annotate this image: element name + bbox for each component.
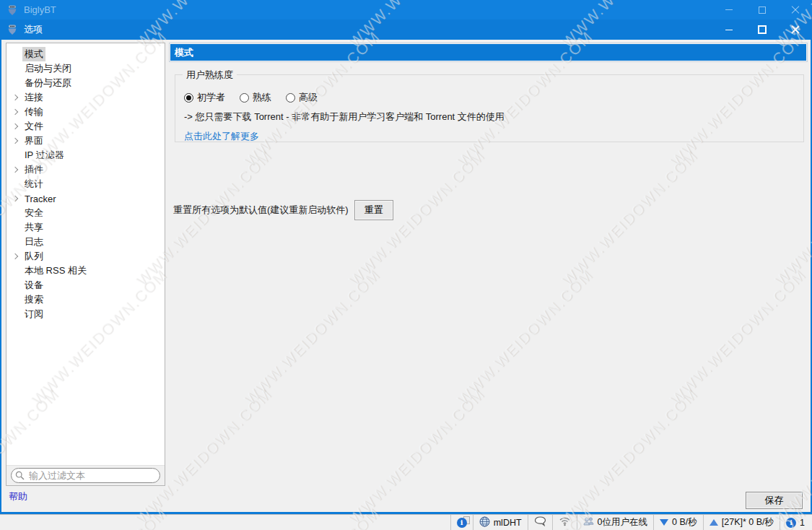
chevron-right-icon <box>6 206 22 220</box>
maximize-button[interactable] <box>746 19 779 40</box>
options-titlebar: 选项 <box>0 19 812 40</box>
proficiency-description: -> 您只需要下载 Torrent - 非常有助于新用户学习客户端和 Torre… <box>184 110 795 123</box>
wifi-icon <box>559 516 571 529</box>
biglybt-logo-icon <box>6 24 18 35</box>
tree-item-interface[interactable]: 界面 <box>6 134 165 148</box>
chevron-right-icon <box>6 90 22 105</box>
chevron-right-icon <box>6 61 22 76</box>
tree-item-mode[interactable]: 模式 <box>6 47 165 61</box>
chevron-right-icon <box>6 177 22 191</box>
parent-window-controls <box>712 0 812 19</box>
status-bar: mlDHT <box>0 514 812 530</box>
users-online-label: 0位用户在线 <box>598 516 647 529</box>
chevron-right-icon <box>6 134 22 148</box>
tree-item-devices[interactable]: 设备 <box>6 278 165 292</box>
minimize-button[interactable] <box>712 19 746 40</box>
radio-beginner[interactable]: 初学者 <box>184 91 225 104</box>
download-speed: 0 B/秒 <box>672 516 697 529</box>
reset-button[interactable]: 重置 <box>354 200 393 220</box>
globe-icon <box>479 516 490 529</box>
tree-item-queue[interactable]: 队列 <box>6 249 165 264</box>
tree-item-logging[interactable]: 日志 <box>6 235 165 249</box>
tree-item-local-rss[interactable]: 本地 RSS 相关 <box>6 264 165 278</box>
chat-icon <box>534 516 546 529</box>
radio-advanced[interactable]: 高级 <box>286 91 318 104</box>
radio-label: 初学者 <box>197 91 225 104</box>
save-button[interactable]: 保存 <box>746 492 803 509</box>
status-wifi-panel[interactable] <box>552 515 577 530</box>
tree-item-tracker[interactable]: Tracker <box>6 191 165 206</box>
panel-title: 模式 <box>175 46 193 59</box>
status-alerts-panel[interactable]: 1 <box>780 515 812 530</box>
tree-item-security[interactable]: 安全 <box>6 206 165 220</box>
settings-tree: 模式 启动与关闭 备份与还原 连接 传输 文件 界面 IP 过滤器 插件 统计 … <box>6 43 165 465</box>
reset-row: 重置所有选项为默认值(建议重新启动软件) 重置 <box>173 200 808 220</box>
upload-speed: [27K]* 0 B/秒 <box>722 516 774 529</box>
group-title: 用户熟练度 <box>183 69 237 82</box>
parent-titlebar: BiglyBT <box>0 0 812 19</box>
tree-item-files[interactable]: 文件 <box>6 119 165 134</box>
chevron-right-icon <box>6 105 22 119</box>
chevron-right-icon <box>6 191 22 206</box>
biglybt-logo-icon <box>6 4 18 16</box>
maximize-button[interactable] <box>746 0 779 19</box>
panel-header: 模式 <box>169 43 808 62</box>
chevron-right-icon <box>6 235 22 249</box>
radio-label: 高级 <box>299 91 318 104</box>
alerts-info-icon <box>786 518 796 528</box>
options-window-controls <box>712 19 812 40</box>
learn-more-link[interactable]: 点击此处了解更多 <box>184 130 259 143</box>
radio-icon <box>240 93 249 103</box>
close-button[interactable] <box>779 19 812 40</box>
proficiency-radio-group: 初学者 熟练 高级 <box>184 91 795 104</box>
chevron-right-icon <box>6 292 22 307</box>
alerts-count: 1 <box>800 518 805 528</box>
biglybt-window: BiglyBT 选项 模式 <box>0 0 812 530</box>
options-window-title: 选项 <box>24 23 712 36</box>
settings-tree-panel: 模式 启动与关闭 备份与还原 连接 传输 文件 界面 IP 过滤器 插件 统计 … <box>6 43 165 486</box>
filter-input-wrap <box>11 468 160 483</box>
dht-label: mlDHT <box>494 518 522 528</box>
chevron-right-icon <box>6 307 22 321</box>
download-arrow-icon <box>660 519 668 526</box>
tree-item-plugins[interactable]: 插件 <box>6 162 165 177</box>
status-chat-panel[interactable] <box>528 515 552 530</box>
tree-item-statistics[interactable]: 统计 <box>6 177 165 191</box>
chevron-right-icon <box>6 148 22 162</box>
chevron-right-icon <box>6 264 22 278</box>
options-dialog-body: 模式 启动与关闭 备份与还原 连接 传输 文件 界面 IP 过滤器 插件 统计 … <box>0 40 812 514</box>
chevron-right-icon <box>6 162 22 177</box>
tree-item-startup-shutdown[interactable]: 启动与关闭 <box>6 61 165 76</box>
chevron-right-icon <box>6 220 22 235</box>
tree-item-backup-restore[interactable]: 备份与还原 <box>6 76 165 90</box>
filter-input[interactable] <box>11 468 160 483</box>
chevron-right-icon <box>6 119 22 134</box>
status-upload-panel[interactable]: [27K]* 0 B/秒 <box>703 515 780 530</box>
status-download-panel[interactable]: 0 B/秒 <box>653 515 703 530</box>
status-info-panel[interactable] <box>450 515 473 530</box>
chevron-right-icon <box>6 249 22 264</box>
tree-item-sharing[interactable]: 共享 <box>6 220 165 235</box>
status-dht-panel[interactable]: mlDHT <box>473 515 528 530</box>
settings-panel: 模式 用户熟练度 初学者 熟练 高级 <box>169 43 808 220</box>
info-document-icon <box>457 518 467 528</box>
tree-item-search[interactable]: 搜索 <box>6 292 165 307</box>
minimize-button[interactable] <box>712 0 746 19</box>
radio-label: 熟练 <box>253 91 271 104</box>
parent-window-title: BiglyBT <box>24 4 712 15</box>
help-link[interactable]: 帮助 <box>9 490 27 503</box>
chevron-right-icon <box>6 76 22 90</box>
tree-item-subscriptions[interactable]: 订阅 <box>6 307 165 321</box>
upload-arrow-icon <box>710 519 718 526</box>
tree-item-ip-filter[interactable]: IP 过滤器 <box>6 148 165 162</box>
tree-filter-strip <box>6 465 165 485</box>
close-button[interactable] <box>779 0 812 19</box>
radio-intermediate[interactable]: 熟练 <box>240 91 271 104</box>
tree-item-connection[interactable]: 连接 <box>6 90 165 105</box>
chevron-right-icon <box>6 278 22 292</box>
chevron-right-icon <box>6 47 22 61</box>
radio-icon <box>286 93 295 103</box>
tree-item-transfer[interactable]: 传输 <box>6 105 165 119</box>
radio-icon <box>184 93 193 103</box>
status-users-panel[interactable]: 0位用户在线 <box>577 515 653 530</box>
